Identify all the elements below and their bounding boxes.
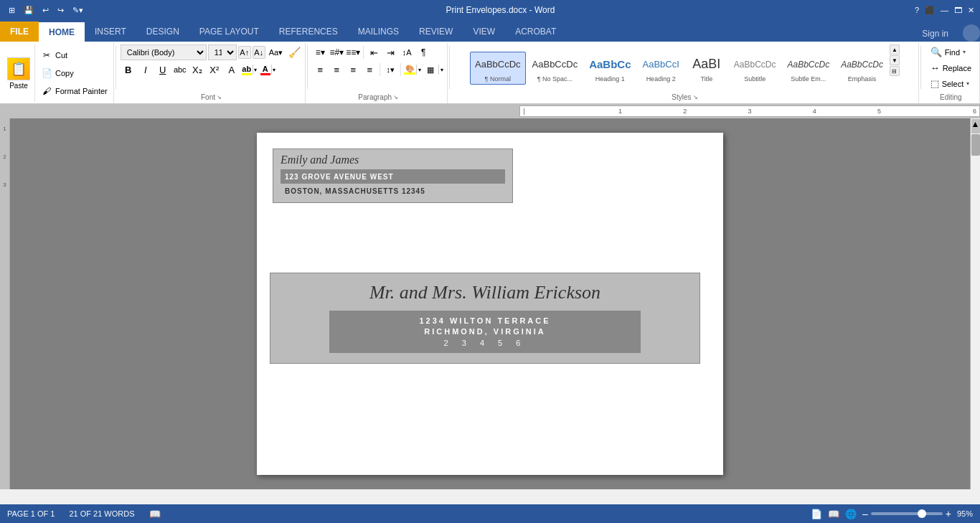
italic-button[interactable]: I	[138, 62, 154, 77]
style-subtitle[interactable]: AaBbCcDc Subtitle	[729, 52, 781, 85]
bold-button[interactable]: B	[121, 62, 136, 77]
view-print-icon[interactable]: 📄	[811, 509, 822, 519]
help-button[interactable]: ?	[915, 6, 919, 14]
style-heading2[interactable]: AaBbCcI Heading 2	[638, 52, 684, 85]
style-emphasis[interactable]: AaBbCcDc Emphasis	[836, 52, 888, 85]
restore-button[interactable]: ⬛	[925, 6, 935, 15]
text-effects-button[interactable]: A	[224, 62, 240, 77]
style-normal[interactable]: AaBbCcDc ¶ Normal	[470, 52, 526, 85]
decrease-indent-button[interactable]: ⇤	[366, 44, 382, 60]
highlight-color-dropdown[interactable]: ▾	[253, 65, 258, 75]
zoom-minus[interactable]: –	[862, 508, 868, 519]
numbered-list-button[interactable]: ≡#▾	[329, 44, 344, 60]
font-grow-button[interactable]: A↑	[238, 46, 251, 59]
select-button[interactable]: ⬚ Select ▾	[925, 76, 975, 91]
font-color-dropdown[interactable]: ▾	[271, 65, 277, 75]
return-address-box[interactable]: Emily and James 123 GROVE AVENUE WEST BO…	[273, 149, 513, 203]
scroll-thumb[interactable]	[971, 134, 980, 156]
borders-dropdown[interactable]: ▾	[438, 65, 444, 75]
view-reading-icon[interactable]: 📖	[828, 509, 839, 519]
tab-review[interactable]: REVIEW	[409, 22, 463, 42]
proofing-icon[interactable]: 📖	[149, 509, 161, 519]
font-family-select[interactable]: Calibri (Body)	[121, 44, 207, 60]
borders-button[interactable]: ▦	[423, 62, 438, 77]
zoom-level[interactable]: 95%	[957, 509, 973, 518]
show-hide-button[interactable]: ¶	[415, 44, 431, 60]
right-scrollbar[interactable]: ▲	[970, 118, 980, 489]
zoom-plus[interactable]: +	[946, 508, 951, 519]
view-web-icon[interactable]: 🌐	[845, 509, 857, 519]
paragraph-expand-icon[interactable]: ↘	[393, 94, 398, 100]
paragraph-group-content: ≡▾ ≡#▾ ≡≡▾ ⇤ ⇥ ↕A ¶ ≡ ≡ ≡ ≡ ↕▾	[312, 44, 444, 91]
shading-button[interactable]: 🎨	[403, 65, 416, 75]
style-no-spacing[interactable]: AaBbCcDc ¶ No Spac...	[527, 52, 583, 85]
style-heading1[interactable]: AaBbCc Heading 1	[584, 52, 636, 85]
tab-view[interactable]: VIEW	[463, 22, 505, 42]
underline-button[interactable]: U	[155, 62, 171, 77]
strikethrough-button[interactable]: abc	[172, 62, 188, 77]
sign-in-button[interactable]: Sign in	[913, 26, 957, 42]
zoom-thumb[interactable]	[918, 509, 926, 518]
clear-format-button[interactable]: 🧹	[286, 44, 302, 60]
styles-expand[interactable]: ⊟	[890, 66, 900, 76]
select-icon: ⬚	[930, 78, 939, 89]
tab-home[interactable]: HOME	[39, 20, 85, 42]
tab-insert[interactable]: INSERT	[85, 22, 136, 42]
style-subtitle-preview: AaBbCcDc	[734, 54, 776, 75]
style-title[interactable]: AaBI Title	[686, 52, 727, 85]
tab-acrobat[interactable]: ACROBAT	[505, 22, 566, 42]
justify-button[interactable]: ≡	[362, 62, 377, 77]
scroll-up-arrow[interactable]: ▲	[971, 119, 980, 133]
windows-icon[interactable]: ⊞	[6, 4, 18, 17]
paste-button[interactable]: 📋 Paste	[3, 44, 35, 102]
format-painter-button[interactable]: 🖌 Format Painter	[38, 85, 110, 98]
tab-file[interactable]: FILE	[0, 22, 39, 42]
tab-page-layout[interactable]: PAGE LAYOUT	[189, 22, 269, 42]
close-button[interactable]: ✕	[968, 6, 974, 15]
tab-references[interactable]: REFERENCES	[269, 22, 348, 42]
find-button[interactable]: 🔍 Find ▾	[925, 44, 971, 60]
font-expand-icon[interactable]: ↘	[217, 94, 222, 100]
document-area[interactable]: Emily and James 123 GROVE AVENUE WEST BO…	[10, 118, 970, 489]
align-left-button[interactable]: ≡	[312, 62, 328, 77]
font-size-select[interactable]: 11	[208, 44, 237, 60]
align-center-button[interactable]: ≡	[329, 62, 344, 77]
font-color-button[interactable]: A	[260, 65, 271, 75]
tab-design[interactable]: DESIGN	[136, 22, 189, 42]
cut-icon: ✂	[41, 50, 52, 61]
save-icon[interactable]: 💾	[21, 4, 37, 17]
styles-scroll-up[interactable]: ▲	[890, 44, 900, 55]
styles-expand-icon[interactable]: ↘	[693, 94, 698, 100]
styles-gallery: AaBbCcDc ¶ Normal AaBbCcDc ¶ No Spac... …	[470, 44, 888, 91]
sort-button[interactable]: ↕A	[399, 44, 415, 60]
font-shrink-button[interactable]: A↓	[253, 46, 265, 59]
style-subtitle-label: Subtitle	[744, 75, 765, 83]
highlight-color-button[interactable]: ab	[241, 65, 253, 75]
maximize-button[interactable]: 🗖	[954, 6, 962, 14]
replace-button[interactable]: ↔ Replace	[925, 60, 976, 75]
bullets-button[interactable]: ≡▾	[312, 44, 328, 60]
multilevel-list-button[interactable]: ≡≡▾	[345, 44, 361, 60]
redo-icon[interactable]: ↪	[55, 4, 67, 17]
style-heading1-label: Heading 1	[595, 75, 625, 83]
minimize-button[interactable]: —	[941, 6, 948, 14]
undo-icon[interactable]: ↩	[39, 4, 52, 17]
subscript-button[interactable]: X₂	[189, 62, 205, 77]
recipient-address-box[interactable]: Mr. and Mrs. William Erickson 1234 WILTO…	[270, 273, 700, 364]
cut-button[interactable]: ✂ Cut	[38, 49, 110, 62]
shading-dropdown[interactable]: ▾	[416, 65, 422, 75]
align-right-button[interactable]: ≡	[345, 62, 361, 77]
increase-indent-button[interactable]: ⇥	[382, 44, 398, 60]
change-case-button[interactable]: Aa▾	[267, 44, 285, 60]
styles-scroll-controls: ▲ ▼ ⊟	[890, 44, 900, 91]
styles-group-label: Styles ↘	[454, 93, 915, 102]
superscript-button[interactable]: X²	[207, 62, 222, 77]
style-subtle-em[interactable]: AaBbCcDc Subtle Em...	[783, 52, 835, 85]
customize-icon[interactable]: ✎▾	[70, 4, 86, 17]
text-effects-container: A	[224, 62, 240, 77]
tab-mailings[interactable]: MAILINGS	[348, 22, 409, 42]
styles-scroll-down[interactable]: ▼	[890, 55, 900, 65]
line-spacing-button[interactable]: ↕▾	[382, 62, 398, 77]
zoom-slider[interactable]	[871, 512, 943, 515]
copy-button[interactable]: 📄 Copy	[38, 67, 110, 80]
